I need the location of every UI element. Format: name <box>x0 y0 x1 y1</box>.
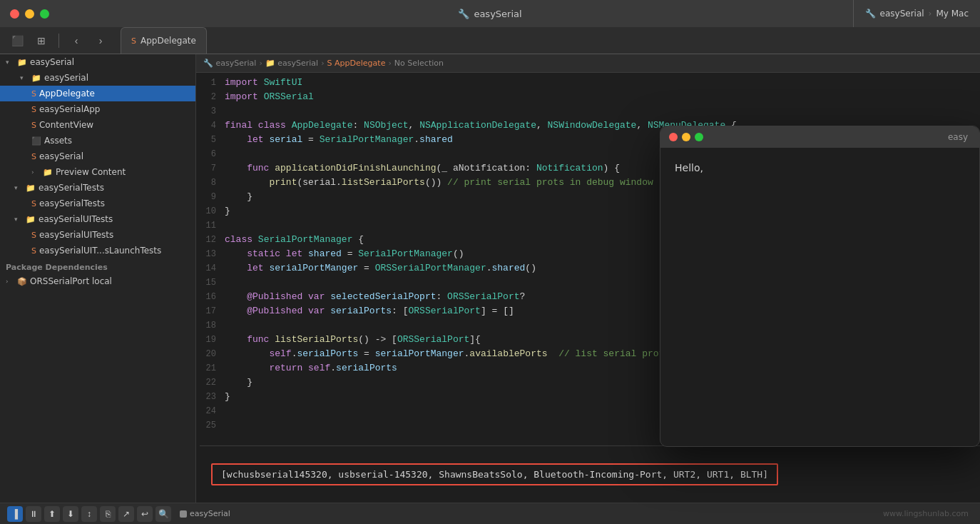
package-icon: 📦 <box>17 277 27 286</box>
filter-button[interactable]: 🔍 <box>155 506 171 522</box>
scheme-icon: 🔧 <box>865 9 876 19</box>
bottom-label: easySerial <box>180 509 230 518</box>
chevron-down-icon: ▾ <box>6 59 14 66</box>
toolbar-sep-1 <box>58 34 59 48</box>
line-number: 1 <box>196 76 225 90</box>
line-number: 6 <box>196 147 225 161</box>
bottom-toolbar: ▐ ⏸ ⬆ ⬇ ↕ ⎘ ↗ ↩ 🔍 easySerial <box>0 503 980 524</box>
step-over-button[interactable]: ↕ <box>81 506 97 522</box>
line-code: func applicationDidFinishLaunching(_ aNo… <box>225 161 620 176</box>
scheme-selector[interactable]: 🔧 easySerial › My Mac <box>853 0 980 27</box>
breadcrumb-part-1[interactable]: 🔧 easySerial <box>203 59 256 68</box>
preview-hello-text: Hello, <box>675 162 703 173</box>
line-number: 15 <box>196 276 225 290</box>
folder-icon: 📁 <box>43 168 53 177</box>
swift-file-icon: S <box>131 36 136 46</box>
sidebar-item-easyserial-group[interactable]: ▾ 📁 easySerial <box>0 70 195 86</box>
sidebar-item-easyserialtests-group[interactable]: ▾ 📁 easySerialTests <box>0 180 195 196</box>
chevron-down-icon: ▾ <box>14 216 23 223</box>
tab-appdelegate[interactable]: S AppDelegate <box>121 27 207 54</box>
swift-file-icon: S <box>31 246 36 256</box>
debug-output-area: [wchusbserial145320, usbserial-145320, S… <box>200 445 980 503</box>
folder-icon: 📁 <box>26 215 36 224</box>
sidebar-item-preview-content[interactable]: › 📁 Preview Content <box>0 164 195 180</box>
sidebar-item-contentview[interactable]: S ContentView <box>0 117 195 133</box>
breadcrumb: 🔧 easySerial › 📁 easySerial › S AppDeleg… <box>196 54 980 73</box>
sidebar-item-appdelegate[interactable]: S AppDelegate <box>0 86 195 101</box>
app-dot-icon <box>180 510 187 518</box>
pause-button[interactable]: ⏸ <box>26 506 41 522</box>
preview-window[interactable]: easy Hello, <box>660 126 980 447</box>
line-number: 10 <box>196 204 225 218</box>
breadcrumb-part-3[interactable]: S AppDelegate <box>327 59 386 68</box>
watermark: www.lingshunlab.com <box>883 509 969 518</box>
sidebar-item-easyserialuitest-launch[interactable]: S easySerialUIT...sLaunchTests <box>0 243 195 258</box>
titlebar: 🔧 easySerial 🔧 easySerial › My Mac <box>0 0 980 27</box>
line-code: } <box>225 190 252 204</box>
swift-file-icon: S <box>31 231 36 240</box>
line-number: 3 <box>196 104 225 119</box>
sidebar-item-easyserial-root[interactable]: ▾ 📁 easySerial <box>0 54 195 70</box>
window-title: 🔧 easySerial <box>458 9 521 19</box>
chevron-down-icon: ▾ <box>14 184 23 191</box>
sidebar-toggle-button[interactable]: ⬛ <box>7 32 27 49</box>
app-icon: 🔧 <box>458 9 469 19</box>
preview-minimize-button[interactable] <box>682 133 690 141</box>
breadcrumb-part-2[interactable]: 📁 easySerial <box>265 59 318 68</box>
close-button[interactable] <box>10 9 19 19</box>
line-code: self.serialPorts = serialPortManger.avai… <box>225 347 670 361</box>
line-number: 16 <box>196 290 225 304</box>
back-button[interactable]: ‹ <box>66 32 86 49</box>
line-code: import ORSSerial <box>225 90 314 104</box>
preview-maximize-button[interactable] <box>695 133 703 141</box>
preview-titlebar: easy <box>660 126 979 148</box>
console-toggle-button[interactable]: ▐ <box>7 506 23 522</box>
code-line: 1import SwiftUI <box>196 76 980 90</box>
code-line: 3 <box>196 104 980 119</box>
sidebar-item-easyserialapp[interactable]: S easySerialApp <box>0 101 195 117</box>
line-number: 22 <box>196 376 225 390</box>
line-code: return self.serialPorts <box>225 361 397 376</box>
sidebar-item-assets[interactable]: ⬛ Assets <box>0 133 195 148</box>
step-down-button[interactable]: ⬇ <box>63 506 78 522</box>
debug-text: [wchusbserial145320, usbserial-145320, S… <box>211 463 778 485</box>
line-number: 19 <box>196 333 225 347</box>
line-number: 2 <box>196 90 225 104</box>
line-code: let serialPortManger = ORSSerialPortMana… <box>225 261 536 276</box>
preview-close-button[interactable] <box>669 133 678 141</box>
sidebar-item-easyserialtests-file[interactable]: S easySerialTests <box>0 196 195 211</box>
package-dependencies-label: Package Dependencies <box>0 258 195 273</box>
line-number: 18 <box>196 318 225 333</box>
share-button[interactable]: ↗ <box>118 506 134 522</box>
line-code: @Published var serialPorts: [ORSSerialPo… <box>225 304 514 318</box>
titlebar-right: 🔧 easySerial › My Mac <box>853 0 980 27</box>
preview-traffic-lights <box>669 133 703 141</box>
line-number: 7 <box>196 161 225 176</box>
sidebar-item-easyserial-file[interactable]: S easySerial <box>0 148 195 164</box>
copy-button[interactable]: ⎘ <box>100 506 116 522</box>
line-number: 11 <box>196 218 225 233</box>
forward-button[interactable]: › <box>91 32 111 49</box>
line-code: func listSerialPorts() -> [ORSSerialPort… <box>225 333 481 347</box>
navigate-button[interactable]: ↩ <box>137 506 153 522</box>
line-number: 24 <box>196 404 225 418</box>
line-code: @Published var selectedSerialPoprt: ORSS… <box>225 290 525 304</box>
code-line: 2import ORSSerial <box>196 90 980 104</box>
line-number: 9 <box>196 190 225 204</box>
line-number: 8 <box>196 176 225 190</box>
line-number: 13 <box>196 247 225 261</box>
swift-file-icon: S <box>31 121 36 130</box>
chevron-right-icon: › <box>6 278 14 285</box>
minimize-button[interactable] <box>25 9 34 19</box>
swift-file-icon: S <box>31 105 36 114</box>
sidebar-item-easyserialuitests-file[interactable]: S easySerialUITests <box>0 227 195 243</box>
sidebar-item-orsserialport[interactable]: › 📦 ORSSerialPort local <box>0 273 195 289</box>
toolbar: ⬛ ⊞ ‹ › S AppDelegate <box>0 27 980 54</box>
maximize-button[interactable] <box>40 9 49 19</box>
line-number: 14 <box>196 261 225 276</box>
sidebar: ▾ 📁 easySerial ▾ 📁 easySerial S AppDeleg… <box>0 54 196 524</box>
grid-button[interactable]: ⊞ <box>31 32 51 49</box>
step-up-button[interactable]: ⬆ <box>44 506 60 522</box>
traffic-lights <box>0 9 49 19</box>
sidebar-item-easyserialuitests-group[interactable]: ▾ 📁 easySerialUITests <box>0 211 195 227</box>
